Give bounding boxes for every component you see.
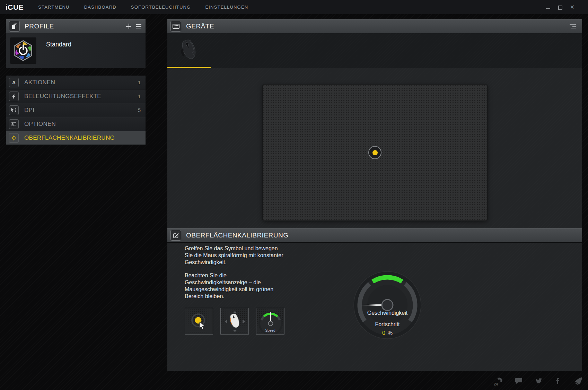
devices-panel-header: GERÄTE xyxy=(167,19,582,33)
speed-gauge: Geschwindigkeit Fortschritt 0% xyxy=(353,270,422,340)
icue-logo: iCUE xyxy=(6,3,24,11)
surface-calibration-icon xyxy=(9,133,19,143)
grab-dot-thumbnail xyxy=(185,308,213,335)
item-count: 5 xyxy=(138,107,141,113)
device-tabs xyxy=(167,33,582,68)
icue-window: iCUE STARTMENÜ DASHBOARD SOFORTBELEUCHTU… xyxy=(0,0,588,390)
close-icon[interactable]: ✕ xyxy=(570,5,575,10)
calibration-surface xyxy=(263,85,487,220)
lighting-effects-icon xyxy=(9,92,19,101)
instruction-paragraph: Greifen Sie das Symbol und bewegen Sie d… xyxy=(185,245,285,266)
chat-icon[interactable] xyxy=(514,376,523,385)
panel-menu-icon[interactable] xyxy=(570,24,582,28)
nav-dashboard[interactable]: DASHBOARD xyxy=(84,5,116,10)
facebook-icon[interactable] xyxy=(554,376,563,385)
speed-gauge-label: Speed xyxy=(256,329,284,332)
calibration-content: OBERFLÄCHENKALIBRIERUNG Greifen Sie das … xyxy=(167,68,582,371)
calibration-step-thumbnails: Speed xyxy=(185,308,284,335)
sidebar-item-dpi[interactable]: DPI 5 xyxy=(6,103,146,117)
support-phone-icon[interactable]: 24 xyxy=(494,376,503,385)
nav-instant-lighting[interactable]: SOFORTBELEUCHTUNG xyxy=(131,5,191,10)
window-controls: ✕ xyxy=(545,5,588,10)
twitter-icon[interactable] xyxy=(534,376,543,385)
move-mouse-thumbnail xyxy=(220,308,249,335)
footer-social-bar: 24 xyxy=(494,376,582,385)
devices-panel: GERÄTE xyxy=(167,19,582,371)
speed-gauge-thumbnail: Speed xyxy=(256,308,284,335)
maximize-icon[interactable] xyxy=(558,5,563,10)
item-count: 1 xyxy=(138,93,141,99)
icue-hex-logo xyxy=(10,37,36,64)
add-profile-icon[interactable] xyxy=(126,24,131,29)
calibration-instructions: Greifen Sie das Symbol und bewegen Sie d… xyxy=(185,245,285,306)
profile-sections-menu: A AKTIONEN 1 BELEUCHTUNGSEFFEKTE 1 xyxy=(6,76,146,145)
nav-settings[interactable]: EINSTELLUNGEN xyxy=(205,5,248,10)
gauge-progress-value: 0% xyxy=(353,330,422,336)
actions-icon: A xyxy=(9,78,19,87)
keyboard-icon xyxy=(170,21,181,32)
calibration-dot-handle[interactable] xyxy=(368,146,381,159)
instruction-paragraph: Beachten Sie die Geschwindigkeitsanzeige… xyxy=(185,272,285,300)
corsair-icon[interactable] xyxy=(573,376,582,385)
edit-icon xyxy=(170,230,181,241)
minimize-icon[interactable] xyxy=(545,5,551,10)
profiles-panel-title: PROFILE xyxy=(25,23,54,30)
item-count: 1 xyxy=(138,79,141,85)
profile-name: Standard xyxy=(46,41,71,64)
calibration-section-title: OBERFLÄCHENKALIBRIERUNG xyxy=(186,232,289,239)
profiles-panel-header: PROFILE xyxy=(6,19,146,33)
options-icon xyxy=(9,119,19,129)
devices-panel-title: GERÄTE xyxy=(186,23,214,30)
calibration-section-header: OBERFLÄCHENKALIBRIERUNG xyxy=(167,228,582,242)
mouse-device-icon xyxy=(177,37,202,65)
device-tab-mouse[interactable] xyxy=(167,33,211,68)
sidebar-item-oberflaechenkalibrierung[interactable]: OBERFLÄCHENKALIBRIERUNG xyxy=(6,131,146,145)
gauge-speed-label: Geschwindigkeit xyxy=(353,310,422,316)
support-24-label: 24 xyxy=(494,382,498,386)
dpi-icon xyxy=(9,105,19,115)
sidebar-item-beleuchtungseffekte[interactable]: BELEUCHTUNGSEFFEKTE 1 xyxy=(6,89,146,103)
profile-item-standard[interactable]: Standard xyxy=(6,33,146,68)
sidebar-item-optionen[interactable]: OPTIONEN xyxy=(6,117,146,131)
profile-menu-icon[interactable] xyxy=(136,24,141,28)
title-bar: iCUE STARTMENÜ DASHBOARD SOFORTBELEUCHTU… xyxy=(0,0,588,14)
nav-startmenu[interactable]: STARTMENÜ xyxy=(38,5,70,10)
main-nav: STARTMENÜ DASHBOARD SOFORTBELEUCHTUNG EI… xyxy=(38,5,248,10)
gauge-progress-label: Fortschritt xyxy=(353,321,422,328)
sidebar-item-aktionen[interactable]: A AKTIONEN 1 xyxy=(6,76,146,89)
profiles-icon xyxy=(9,21,20,32)
profiles-panel: PROFILE xyxy=(6,19,146,145)
